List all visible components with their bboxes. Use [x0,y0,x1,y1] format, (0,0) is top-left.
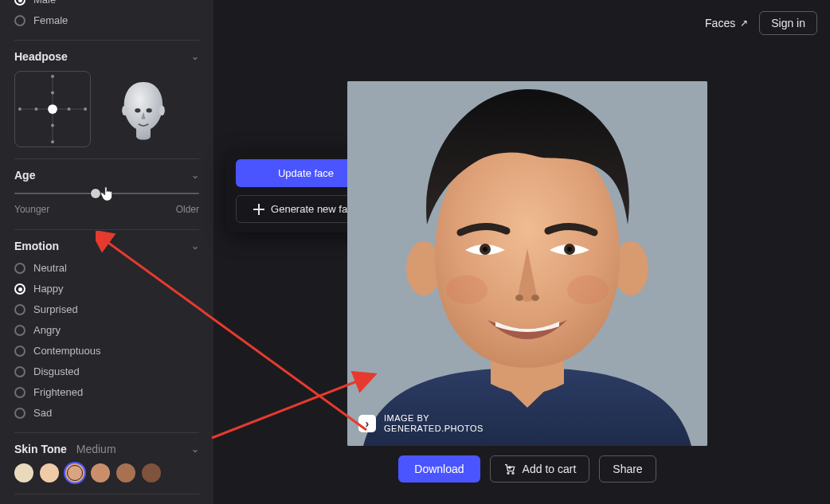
radio-icon [14,346,25,357]
headpose-grid[interactable] [14,71,91,147]
svg-point-7 [84,107,87,111]
button-label: Update face [278,167,334,179]
skin-tone-swatch[interactable] [116,463,135,483]
svg-point-19 [567,247,572,252]
radio-label: Neutral [33,260,67,276]
radio-label: Frightened [33,385,83,400]
button-label: Add to cart [523,463,577,475]
button-label: Generate new face [271,203,358,215]
chevron-down-icon: ⌄ [191,443,199,455]
svg-point-25 [512,472,514,474]
svg-point-4 [18,107,22,111]
watermark-line2: GENERATED.PHOTOS [384,424,484,435]
skin-tone-swatch[interactable] [91,463,110,483]
faces-link[interactable]: Faces ↗ [705,17,748,29]
svg-point-23 [567,275,609,304]
emotion-option-sad[interactable]: Sad [14,405,199,421]
age-section: Age ⌄ Younger Older [14,159,199,230]
svg-point-8 [48,104,57,114]
hair-color-section: Hair Color Black ⌄ [14,494,199,504]
add-to-cart-button[interactable]: Add to cart [490,455,590,483]
face-preview: › IMAGE BY GENERATED.PHOTOS [347,81,707,446]
emotion-option-contemptuous[interactable]: Contemptuous [14,343,199,359]
skin-tone-value: Medium [76,443,116,455]
gender-option-female[interactable]: Female [14,13,199,29]
radio-label: Surprised [33,302,78,318]
headpose-section: Headpose ⌄ [14,41,199,159]
emotion-option-neutral[interactable]: Neutral [14,260,199,276]
radio-icon [14,408,25,419]
skin-tone-swatch[interactable] [40,463,59,483]
emotion-option-surprised[interactable]: Surprised [14,302,199,318]
svg-point-5 [34,107,37,111]
face-actions: Download Add to cart Share [347,455,707,483]
svg-point-12 [159,106,165,116]
section-title: Emotion [14,240,59,252]
emotion-option-happy[interactable]: Happy [14,281,199,297]
radio-icon [14,387,25,398]
gender-option-male[interactable]: Male [14,0,199,8]
section-title: Headpose [14,50,68,63]
emotion-list: NeutralHappySurprisedAngryContemptuousDi… [14,260,199,421]
radio-icon [14,263,25,274]
skin-tone-swatch[interactable] [65,463,84,483]
svg-point-22 [446,275,487,304]
emotion-option-frightened[interactable]: Frightened [14,385,199,400]
radio-label: Angry [33,322,61,338]
skin-tone-swatches [14,463,199,483]
section-title: Age [14,169,35,182]
section-header-skin-tone[interactable]: Skin Tone Medium ⌄ [14,443,199,455]
watermark-logo-icon: › [358,415,376,432]
radio-label: Happy [33,281,64,297]
age-slider[interactable]: Younger Older [14,193,199,215]
radio-icon [14,366,25,377]
svg-point-11 [122,106,127,116]
share-button[interactable]: Share [599,455,656,483]
external-link-icon: ↗ [740,18,748,29]
svg-point-3 [51,140,54,143]
headpose-preview [105,71,182,147]
cart-icon [503,463,516,475]
button-label: Download [414,463,464,475]
section-header-emotion[interactable]: Emotion ⌄ [14,240,199,252]
svg-point-17 [483,247,487,252]
topbar: Faces ↗ Sign in [705,11,817,35]
age-min-label: Younger [14,204,49,215]
download-button[interactable]: Download [398,455,480,483]
watermark-line1: IMAGE BY [384,413,484,424]
radio-icon [14,15,25,26]
section-title: Skin Tone [14,443,67,455]
section-header-headpose[interactable]: Headpose ⌄ [14,50,199,63]
radio-label: Sad [33,405,52,421]
link-label: Faces [705,17,735,29]
button-label: Sign in [771,17,805,29]
radio-label: Male [33,0,56,8]
radio-icon [14,0,25,6]
age-slider-handle[interactable] [91,189,100,198]
skin-tone-swatch[interactable] [142,463,161,483]
section-header-age[interactable]: Age ⌄ [14,169,199,182]
chevron-down-icon: ⌄ [191,170,199,181]
emotion-option-angry[interactable]: Angry [14,322,199,338]
svg-point-2 [51,124,54,127]
emotion-section: Emotion ⌄ NeutralHappySurprisedAngryCont… [14,230,199,433]
skin-tone-section: Skin Tone Medium ⌄ [14,433,199,494]
radio-icon [14,325,25,336]
radio-label: Contemptuous [33,343,101,359]
watermark: › IMAGE BY GENERATED.PHOTOS [358,413,484,436]
radio-icon [14,283,25,295]
svg-point-24 [507,472,509,474]
sign-in-button[interactable]: Sign in [759,11,817,35]
svg-point-9 [135,108,140,112]
chevron-down-icon: ⌄ [191,51,199,62]
svg-point-20 [515,295,523,301]
svg-point-6 [68,107,71,111]
chevron-down-icon: ⌄ [191,240,199,252]
emotion-option-disgusted[interactable]: Disgusted [14,364,199,380]
svg-point-1 [51,91,54,94]
gender-section: Male Female [14,0,199,41]
svg-point-21 [531,295,539,301]
skin-tone-swatch[interactable] [14,463,33,483]
svg-point-0 [51,75,54,78]
button-label: Share [613,463,642,475]
